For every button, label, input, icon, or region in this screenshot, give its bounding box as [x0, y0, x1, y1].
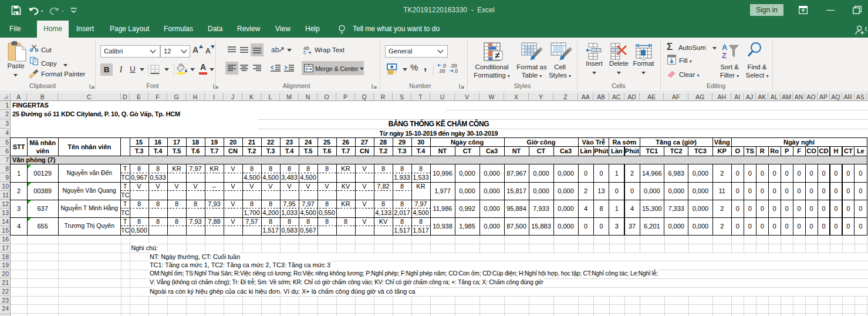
svg-text:.0: .0	[454, 68, 458, 73]
svg-text:.00: .00	[438, 68, 445, 73]
svg-text:c: c	[303, 49, 306, 55]
svg-text:Z: Z	[722, 51, 727, 59]
svg-text:A: A	[722, 43, 728, 52]
svg-text:ab: ab	[271, 46, 279, 54]
